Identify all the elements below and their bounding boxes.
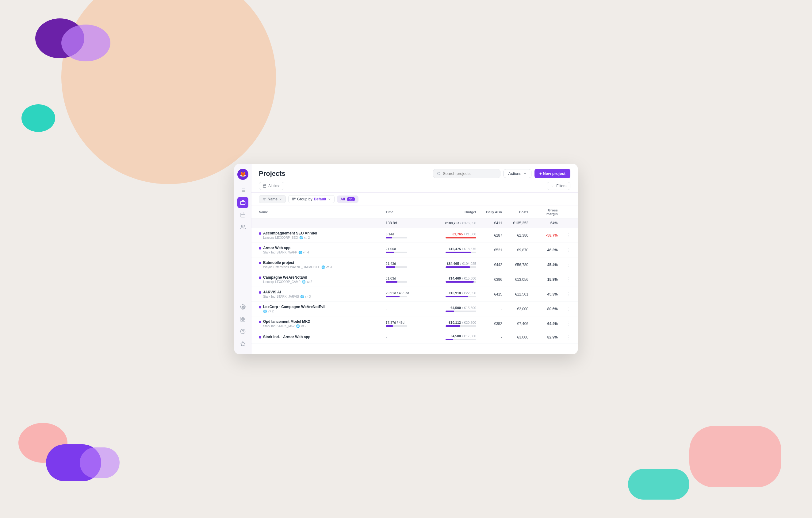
all-time-button[interactable]: All time xyxy=(259,182,284,190)
sidebar-item-team[interactable] xyxy=(237,222,249,233)
sidebar-item-grid[interactable] xyxy=(237,313,249,325)
table-row: Batmobile project Wayne Enterprises WAYN… xyxy=(252,257,578,272)
project-budget: €16,910 / €22,850 xyxy=(421,287,480,302)
project-gross-margin: 46.3% xyxy=(532,243,561,257)
chevron-down-icon-group xyxy=(328,198,331,201)
svg-point-20 xyxy=(438,172,440,174)
project-costs: €12,501 xyxy=(506,287,532,302)
row-menu-button[interactable]: ⋮ xyxy=(565,276,573,283)
summary-gross-margin: 64% xyxy=(532,218,561,228)
table-header-row: Name Time Budget Daily ABR Costs Grossma… xyxy=(252,206,578,218)
svg-rect-34 xyxy=(294,198,295,199)
svg-marker-19 xyxy=(240,342,245,346)
sidebar-item-help[interactable] xyxy=(237,326,249,337)
row-menu-button[interactable]: ⋮ xyxy=(565,262,573,268)
svg-line-21 xyxy=(440,174,440,175)
sidebar-item-calendar[interactable] xyxy=(237,209,249,220)
table-row: Opé lancement Model MK2 Stark Ind STARK_… xyxy=(252,317,578,331)
sidebar-item-list[interactable] xyxy=(237,185,249,196)
svg-rect-15 xyxy=(241,320,242,321)
project-budget: €1,765 / €1,500 xyxy=(421,228,480,243)
project-costs: €9,870 xyxy=(506,243,532,257)
bg-blob-purple-top xyxy=(35,19,84,58)
project-time: - xyxy=(382,302,421,317)
sidebar-item-settings[interactable] xyxy=(237,301,249,312)
svg-rect-33 xyxy=(293,198,294,199)
header-filters-row: All time Filters xyxy=(259,182,570,192)
project-time: 21.06d xyxy=(382,243,421,257)
sidebar: 🦊 xyxy=(234,164,252,354)
search-box[interactable] xyxy=(433,169,500,178)
svg-rect-7 xyxy=(241,213,245,217)
project-daily-abr: €287 xyxy=(480,228,506,243)
project-budget: €15,475 / €18,375 xyxy=(421,243,480,257)
row-menu-button[interactable]: ⋮ xyxy=(565,247,573,253)
col-gross-margin: Grossmargin xyxy=(532,206,561,218)
bg-blob-purple-bottom xyxy=(46,444,101,481)
bg-blob-lavender-bottom xyxy=(80,447,120,478)
project-gross-margin: 15.8% xyxy=(532,272,561,287)
avatar[interactable]: 🦊 xyxy=(237,169,249,180)
row-menu-button[interactable]: ⋮ xyxy=(565,334,573,340)
svg-rect-14 xyxy=(243,317,245,319)
project-time: 6.14d xyxy=(382,228,421,243)
page-title: Projects xyxy=(259,170,286,178)
project-gross-margin: 45.4% xyxy=(532,257,561,272)
tab-all-button[interactable]: All 11 xyxy=(337,195,358,203)
group-by-button[interactable]: Group by Default xyxy=(288,195,335,203)
group-icon xyxy=(292,197,296,201)
col-name: Name xyxy=(252,206,382,218)
calendar-icon xyxy=(263,184,266,188)
row-menu-button[interactable]: ⋮ xyxy=(565,232,573,239)
sidebar-item-sparkle[interactable] xyxy=(237,338,249,349)
projects-table: Name Time Budget Daily ABR Costs Grossma… xyxy=(252,206,578,344)
sort-button[interactable]: Name xyxy=(259,195,286,203)
chevron-down-icon xyxy=(523,172,527,175)
project-time: - xyxy=(382,331,421,344)
header: Projects Actions + New project xyxy=(252,164,578,193)
project-daily-abr: €521 xyxy=(480,243,506,257)
main-window: 🦊 xyxy=(234,164,578,354)
group-by-value: Default xyxy=(314,197,326,201)
sort-icon xyxy=(262,197,266,201)
project-costs: €56,780 xyxy=(506,257,532,272)
summary-costs: €135,353 xyxy=(506,218,532,228)
actions-button[interactable]: Actions xyxy=(503,169,531,178)
project-time: 29.91d / 45.57d xyxy=(382,287,421,302)
project-gross-margin: 82.9% xyxy=(532,331,561,344)
sidebar-item-projects[interactable] xyxy=(237,197,249,208)
project-budget: €14,460 / €15,500 xyxy=(421,272,480,287)
filters-button[interactable]: Filters xyxy=(547,182,570,190)
toolbar: Name Group by Default All 11 xyxy=(252,193,578,206)
table-row: JARVIS AI Stark Ind STARK_JARVIS 🌐 🏷 3 2… xyxy=(252,287,578,302)
svg-rect-22 xyxy=(263,185,266,188)
project-costs: €3,000 xyxy=(506,331,532,344)
search-input[interactable] xyxy=(443,171,496,176)
row-menu-button[interactable]: ⋮ xyxy=(565,306,573,312)
svg-rect-35 xyxy=(292,199,293,200)
row-menu-button[interactable]: ⋮ xyxy=(565,291,573,297)
svg-rect-6 xyxy=(240,201,245,205)
project-gross-margin: 64.4% xyxy=(532,317,561,331)
col-budget: Budget xyxy=(421,206,480,218)
project-budget: €4,500 / €17,500 xyxy=(421,331,480,344)
group-by-label: Group by xyxy=(297,197,312,201)
svg-point-11 xyxy=(241,225,243,227)
new-project-button[interactable]: + New project xyxy=(534,169,570,178)
filter-icon xyxy=(551,184,554,188)
summary-daily-abr: €411 xyxy=(480,218,506,228)
col-time: Time xyxy=(382,206,421,218)
project-costs: €2,380 xyxy=(506,228,532,243)
project-costs: €7,406 xyxy=(506,317,532,331)
main-content: Projects Actions + New project xyxy=(252,164,578,354)
project-gross-margin: 80.6% xyxy=(532,302,561,317)
svg-rect-13 xyxy=(241,317,242,319)
project-budget: €4,500 / €15,500 xyxy=(421,302,480,317)
table-container[interactable]: Name Time Budget Daily ABR Costs Grossma… xyxy=(252,206,578,354)
chevron-down-icon-sort xyxy=(279,198,282,201)
row-menu-button[interactable]: ⋮ xyxy=(565,320,573,327)
header-actions: Actions + New project xyxy=(433,169,570,178)
svg-point-12 xyxy=(242,306,243,308)
svg-rect-36 xyxy=(293,199,294,200)
table-row: Campagne WeAreNotEvil Lexcorp LEXCORP_CA… xyxy=(252,272,578,287)
